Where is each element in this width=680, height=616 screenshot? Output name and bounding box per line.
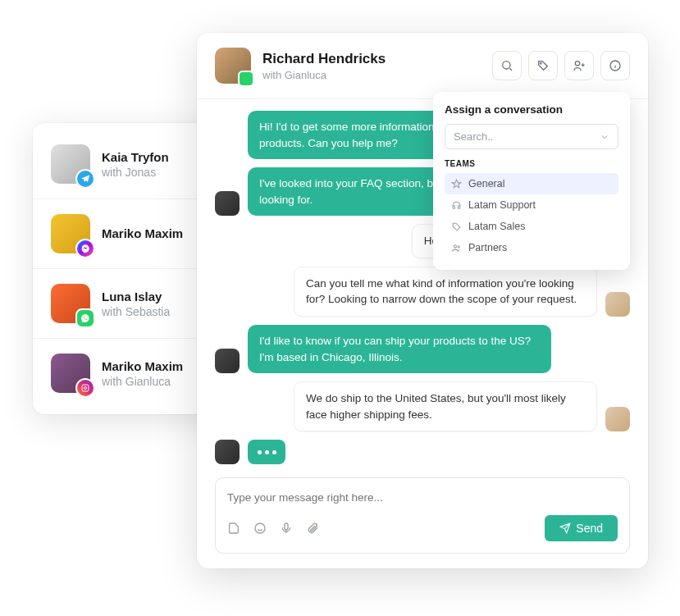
attachment-button[interactable] (306, 522, 319, 535)
voice-button[interactable] (280, 522, 293, 535)
teams-label: TEAMS (445, 159, 618, 168)
send-button[interactable]: Send (545, 515, 618, 541)
assign-title: Assign a conversation (445, 103, 618, 116)
typing-indicator-row (215, 440, 630, 464)
svg-point-4 (575, 62, 579, 66)
conversation-sub: with Sebastia (102, 305, 170, 318)
whatsapp-icon (238, 71, 254, 87)
chevron-down-icon (600, 132, 609, 142)
message-row: Can you tell me what kind of information… (215, 267, 630, 317)
tag-icon (536, 59, 550, 72)
message-bubble: I'd like to know if you can ship your pr… (248, 325, 551, 373)
conversation-name: Kaia Tryfon (102, 150, 169, 164)
svg-point-2 (503, 62, 510, 69)
assign-dropdown: Assign a conversation Search.. TEAMS Gen… (433, 92, 630, 270)
conversation-name: Mariko Maxim (102, 359, 183, 373)
avatar (215, 191, 240, 216)
message-row: We do ship to the United States, but you… (215, 381, 630, 431)
typing-indicator (248, 440, 285, 464)
svg-rect-7 (285, 523, 288, 530)
avatar (51, 214, 90, 253)
tag-button[interactable] (528, 51, 558, 80)
message-input[interactable] (227, 491, 618, 504)
team-item-latam-sales[interactable]: Latam Sales (445, 216, 618, 237)
svg-point-3 (541, 63, 541, 64)
conversation-sub: with Gianluca (102, 375, 183, 388)
instagram-icon (75, 378, 95, 398)
svg-point-9 (458, 245, 459, 247)
avatar (51, 354, 90, 393)
search-icon (500, 59, 513, 72)
paperclip-icon (306, 522, 319, 535)
avatar (215, 440, 240, 464)
chat-header: Richard Hendricks with Gianluca (197, 33, 648, 99)
team-item-general[interactable]: General (445, 173, 618, 194)
conversation-sub: with Jonas (102, 166, 169, 179)
telegram-icon (75, 169, 95, 189)
messenger-icon (75, 239, 95, 258)
send-label: Send (576, 522, 603, 535)
emoji-button[interactable] (253, 522, 267, 535)
info-button[interactable] (600, 51, 630, 80)
file-icon (227, 522, 240, 535)
avatar (51, 284, 90, 323)
svg-point-6 (255, 523, 265, 533)
team-label: Latam Sales (468, 221, 525, 232)
chat-window: Richard Hendricks with Gianluca Hi! I'd … (197, 33, 648, 568)
mic-icon (280, 522, 293, 535)
avatar (215, 349, 240, 373)
chat-title: Richard Hendricks (262, 51, 481, 67)
smile-icon (253, 522, 267, 535)
avatar (605, 292, 630, 317)
attach-file-button[interactable] (227, 522, 240, 535)
svg-point-1 (84, 387, 87, 390)
search-placeholder: Search.. (454, 130, 493, 143)
users-icon (451, 243, 462, 253)
message-composer: Send (215, 477, 630, 554)
svg-rect-0 (82, 385, 89, 391)
avatar (605, 407, 630, 431)
chat-subtitle: with Gianluca (262, 69, 481, 81)
headset-icon (451, 200, 462, 211)
team-label: General (468, 178, 504, 189)
assign-button[interactable] (564, 51, 594, 80)
team-label: Latam Support (468, 199, 536, 211)
message-bubble: We do ship to the United States, but you… (294, 381, 597, 431)
team-label: Partners (468, 242, 507, 253)
team-item-partners[interactable]: Partners (445, 237, 618, 258)
avatar (215, 48, 251, 84)
avatar (51, 144, 90, 184)
assign-search-input[interactable]: Search.. (445, 124, 618, 149)
tag-icon (451, 221, 462, 232)
message-bubble: Can you tell me what kind of information… (294, 267, 597, 317)
conversation-name: Luna Islay (102, 290, 170, 303)
star-icon (451, 179, 462, 189)
conversation-name: Mariko Maxim (102, 226, 183, 240)
info-icon (609, 59, 622, 72)
team-item-latam-support[interactable]: Latam Support (445, 194, 618, 216)
search-button[interactable] (492, 51, 522, 80)
message-row: I'd like to know if you can ship your pr… (215, 325, 630, 373)
svg-point-8 (454, 244, 456, 247)
send-icon (559, 522, 571, 534)
user-plus-icon (573, 59, 586, 72)
whatsapp-icon (75, 308, 95, 328)
